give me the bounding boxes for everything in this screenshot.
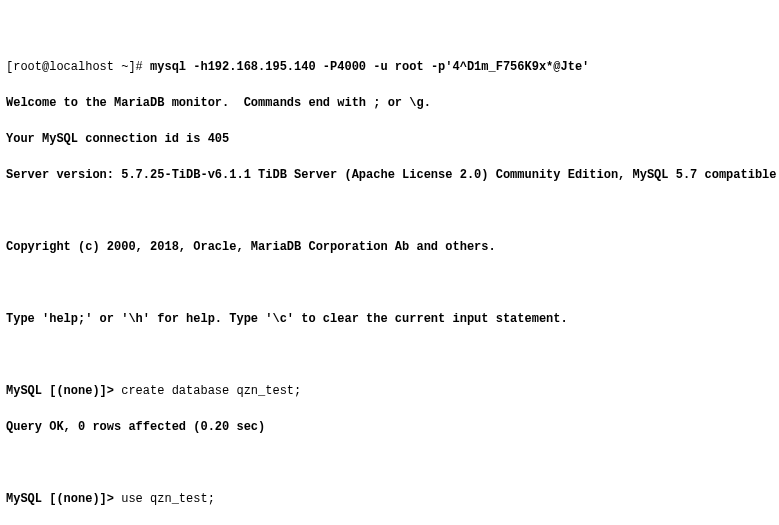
- welcome-line-2: Your MySQL connection id is 405: [6, 130, 773, 148]
- blank-line: [6, 454, 773, 472]
- welcome-line-1: Welcome to the MariaDB monitor. Commands…: [6, 94, 773, 112]
- sql-prompt: MySQL [(none)]>: [6, 492, 121, 506]
- sql-use-db-line: MySQL [(none)]> use qzn_test;: [6, 490, 773, 508]
- blank-line: [6, 274, 773, 292]
- blank-line: [6, 346, 773, 364]
- welcome-line-3: Server version: 5.7.25-TiDB-v6.1.1 TiDB …: [6, 166, 773, 184]
- shell-command: mysql -h192.168.195.140 -P4000 -u root -…: [150, 60, 589, 74]
- sql-result: Query OK, 0 rows affected (0.20 sec): [6, 418, 773, 436]
- copyright-line: Copyright (c) 2000, 2018, Oracle, MariaD…: [6, 238, 773, 256]
- help-line: Type 'help;' or '\h' for help. Type '\c'…: [6, 310, 773, 328]
- shell-prompt: [root@localhost ~]#: [6, 60, 150, 74]
- sql-prompt: MySQL [(none)]>: [6, 384, 121, 398]
- sql-command: use qzn_test;: [121, 492, 215, 506]
- blank-line: [6, 202, 773, 220]
- sql-create-db-line: MySQL [(none)]> create database qzn_test…: [6, 382, 773, 400]
- shell-line: [root@localhost ~]# mysql -h192.168.195.…: [6, 58, 773, 76]
- sql-command: create database qzn_test;: [121, 384, 301, 398]
